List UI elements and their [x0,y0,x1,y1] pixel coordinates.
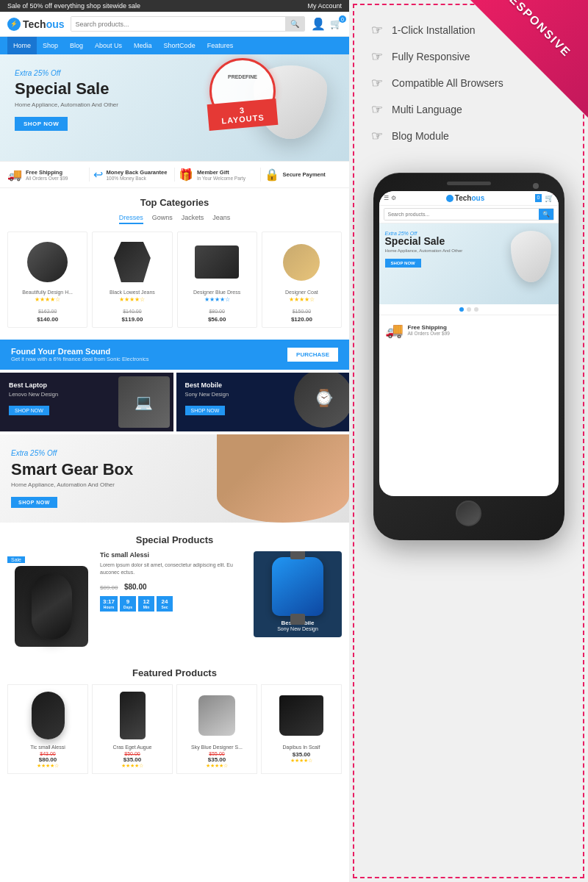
hand-icon-4: ☞ [371,101,383,118]
featured-card-2[interactable]: Cras Eget Augue $50.00 $35.00 ★★★★☆ [92,684,173,774]
hero-text: Extra 25% Off Special Sale Home Applianc… [15,69,334,131]
right-panel: RESPONSIVE ☞ 1-Click Installation ☞ Full… [349,0,588,882]
product-card-4[interactable]: Designer Coat ★★★★☆ $150.00 $120.00 [262,232,342,328]
gear-desc: Home Appliance, Automation And Other [11,481,338,488]
features-strip: 🚚 Free Shipping All Orders Over $99 ↩ Mo… [0,161,349,188]
shipping-icon: 🚚 [7,168,22,182]
hand-icon-5: ☞ [371,128,383,144]
phone-feature: 🚚 Free Shipping All Orders Over $99 [379,315,559,342]
phone-camera [533,183,539,189]
top-bar: Sale of 50% off everything shop sitewide… [0,0,349,12]
promo-laptop-btn[interactable]: SHOP NOW [9,406,49,415]
special-products-grid: Sale Tic small Alessi Lorem ipsum dolor … [7,551,342,647]
featured-img-1 [12,689,83,741]
feature-blog-label: Blog Module [392,130,449,142]
search-bar[interactable]: 🔍 [71,16,305,32]
dream-sound-title: Found Your Dream Sound [11,347,149,356]
shipping-title: Free Shipping [26,169,68,176]
user-icon[interactable]: 👤 [311,17,326,31]
featured-card-4[interactable]: Dapibus In Scalf $35.00 ★★★★☆ [261,684,342,774]
phone-hero-btn[interactable]: SHOP NOW [385,259,421,268]
counter-days: 9 Days [120,596,136,612]
feature-language: ☞ Multi Language [371,101,573,118]
phone-search-input[interactable] [384,209,539,220]
special-product-left[interactable]: Sale [7,551,96,647]
promo-mobile[interactable]: Best Mobile Sony New Design SHOP NOW ⌚ [176,373,350,431]
dot-3 [474,307,478,312]
hero-subtitle: Extra 25% Off [15,69,334,77]
nav-item-blog[interactable]: Blog [64,37,89,54]
product-card-3[interactable]: Designer Blue Dress ★★★★☆ $80.00 $56.00 [177,232,257,328]
nav-item-home[interactable]: Home [7,37,37,54]
hero-banner: Extra 25% Off Special Sale Home Applianc… [0,54,349,161]
money-back-icon: ↩ [93,168,103,182]
phone-search-bar[interactable]: 🔍 [384,208,554,220]
speaker-shape [32,573,72,639]
tab-jeans[interactable]: Jeans [212,214,230,224]
category-tabs: Dresses Gowns Jackets Jeans [7,214,342,224]
website-preview: Sale of 50% off everything shop sitewide… [0,0,349,882]
special-product-center: Tic small Alessi Lorem ipsum dolor sit a… [100,551,249,647]
categories-title: Top Categories [7,197,342,208]
gear-section: Extra 25% Off Smart Gear Box Home Applia… [0,434,349,523]
main-nav: Home Shop Blog About Us Media ShortCode … [0,37,349,54]
site-logo[interactable]: ⚡ Techous [7,18,65,31]
payment-title: Secure Payment [283,171,326,178]
laptop-image: 💻 [118,376,170,428]
payment-icon: 🔒 [265,168,279,182]
tab-jackets[interactable]: Jackets [182,214,204,224]
phone-cart-icon: 🛒 [545,194,553,202]
right-product-card: Best Mobile Sony New Design [254,551,342,637]
phone-screen: ☰ ⚙ Techous 0 🛒 🔍 [379,191,559,496]
nav-item-about[interactable]: About Us [89,37,128,54]
watch-image [272,557,323,616]
phone-search-btn[interactable]: 🔍 [539,209,553,220]
product-card-1[interactable]: Beautifully Design H... ★★★★☆ $162.00 $1… [7,232,87,328]
promo-row: Best Laptop Lenovo New Design SHOP NOW 💻… [0,373,349,431]
dot-1 [459,307,464,312]
phone-menu-icons: ☰ ⚙ [384,195,396,201]
search-input[interactable] [71,17,285,31]
cart-icon[interactable]: 🛒 0 [330,18,342,29]
product-card-2[interactable]: Black Lowest Jeans ★★★★☆ $140.00 $119.00 [92,232,172,328]
special-product-desc: Lorem ipsum dolor sit amet, consectetur … [100,562,249,576]
feature-blog: ☞ Blog Module [371,128,573,144]
phone-hero-product [511,231,551,282]
product-img-3 [191,238,243,286]
special-products-section: Special Products Sale Tic small Alessi L… [0,526,349,656]
tab-gowns[interactable]: Gowns [152,214,173,224]
gift-title: Member Gift [197,169,245,176]
header-icons: 👤 🛒 0 [311,17,342,31]
phone-logo: Techous [446,194,484,202]
logo-icon: ⚡ [7,18,21,31]
special-product-right[interactable]: Best Mobile Sony New Design [254,551,342,647]
phone-logo-icon [446,195,453,202]
nav-item-shortcode[interactable]: ShortCode [158,37,201,54]
feature-browsers-label: Compatible All Browsers [392,77,503,89]
site-header: ⚡ Techous 🔍 👤 🛒 0 [0,12,349,37]
featured-img-3 [182,689,252,741]
account-text[interactable]: My Account [307,2,342,10]
product-grid: Beautifully Design H... ★★★★☆ $162.00 $1… [7,232,342,328]
hero-shop-btn[interactable]: SHOP NOW [15,117,68,131]
countdown-timer: 3:17 Hours 9 Days 12 Min 24 Sec [100,596,249,612]
nav-item-features[interactable]: Features [201,37,240,54]
purchase-button[interactable]: PURCHASE [287,348,338,362]
nav-item-media[interactable]: Media [128,37,158,54]
promo-laptop[interactable]: Best Laptop Lenovo New Design SHOP NOW 💻 [0,373,173,431]
feature-language-label: Multi Language [392,104,462,115]
phone-menu-icon: ☰ [384,195,389,201]
special-product-name: Tic small Alessi [100,551,249,559]
feature-shipping: 🚚 Free Shipping All Orders Over $99 [4,168,90,182]
phone-mockup: ☰ ⚙ Techous 0 🛒 🔍 [373,173,564,540]
mobile-image: ⌚ [294,373,349,428]
featured-card-1[interactable]: Tic small Alessi $43.00 $80.00 ★★★★☆ [7,684,88,774]
phone-feature-icon: 🚚 [385,321,404,339]
hand-icon-3: ☞ [371,75,383,91]
tab-dresses[interactable]: Dresses [119,214,143,224]
gear-shop-btn[interactable]: SHOP NOW [11,497,57,508]
featured-card-3[interactable]: Sky Blue Designer S... $55.00 $35.00 ★★★… [176,684,257,774]
promo-mobile-btn[interactable]: SHOP NOW [185,406,226,415]
nav-item-shop[interactable]: Shop [37,37,64,54]
search-button[interactable]: 🔍 [285,17,304,31]
